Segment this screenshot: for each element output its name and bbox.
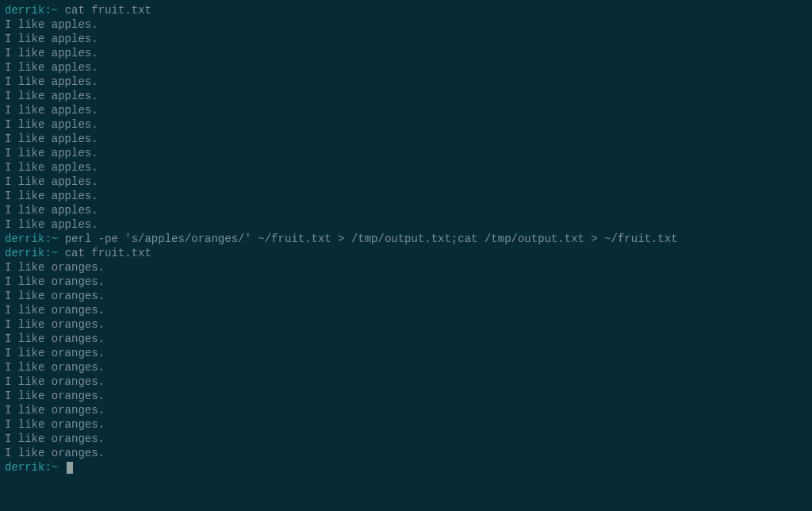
- command-text: cat fruit.txt: [65, 247, 151, 259]
- prompt-path: ~: [52, 232, 58, 245]
- prompt-separator: :: [44, 4, 51, 17]
- output-line: I like apples.: [5, 17, 807, 32]
- output-line: I like apples.: [5, 117, 807, 132]
- output-line: I like apples.: [5, 203, 807, 217]
- prompt-user: derrik: [5, 232, 44, 245]
- shell-prompt: derrik:~: [5, 461, 65, 474]
- shell-prompt: derrik:~: [5, 4, 65, 17]
- prompt-separator: :: [44, 461, 51, 474]
- command-text: perl -pe 's/apples/oranges/' ~/fruit.txt…: [65, 232, 678, 245]
- shell-prompt: derrik:~: [5, 232, 65, 245]
- output-line: I like oranges.: [5, 260, 807, 275]
- command-line: derrik:~ cat fruit.txt: [5, 246, 807, 260]
- prompt-separator: :: [44, 232, 51, 245]
- prompt-path: ~: [52, 4, 58, 17]
- output-line: I like apples.: [5, 46, 807, 60]
- prompt-path: ~: [52, 461, 58, 474]
- output-line: I like oranges.: [5, 389, 807, 403]
- output-line: I like oranges.: [5, 417, 807, 432]
- prompt-symbol: [58, 232, 64, 245]
- output-line: I like apples.: [5, 60, 807, 75]
- prompt-user: derrik: [5, 4, 44, 17]
- command-line: derrik:~ cat fruit.txt: [5, 3, 807, 17]
- output-line: I like oranges.: [5, 446, 807, 460]
- prompt-symbol: [58, 461, 64, 474]
- output-line: I like oranges.: [5, 346, 807, 360]
- output-line: I like oranges.: [5, 275, 807, 289]
- prompt-separator: :: [44, 247, 51, 259]
- output-line: I like apples.: [5, 175, 807, 189]
- output-line: I like oranges.: [5, 289, 807, 303]
- output-line: I like apples.: [5, 189, 807, 203]
- command-text: cat fruit.txt: [65, 4, 151, 17]
- output-line: I like oranges.: [5, 317, 807, 332]
- output-line: I like oranges.: [5, 360, 807, 375]
- output-line: I like apples.: [5, 89, 807, 103]
- output-line: I like oranges.: [5, 403, 807, 417]
- output-line: I like oranges.: [5, 432, 807, 446]
- prompt-symbol: [58, 247, 64, 259]
- output-line: I like oranges.: [5, 375, 807, 389]
- output-line: I like oranges.: [5, 303, 807, 317]
- terminal-window[interactable]: derrik:~ cat fruit.txtI like apples.I li…: [5, 3, 807, 474]
- prompt-user: derrik: [5, 247, 44, 259]
- command-line: derrik:~ perl -pe 's/apples/oranges/' ~/…: [5, 232, 807, 246]
- shell-prompt: derrik:~: [5, 247, 65, 259]
- output-line: I like apples.: [5, 217, 807, 232]
- cursor-icon: [67, 462, 73, 474]
- active-prompt-line[interactable]: derrik:~: [5, 460, 807, 474]
- output-line: I like oranges.: [5, 332, 807, 346]
- output-line: I like apples.: [5, 132, 807, 146]
- prompt-symbol: [58, 4, 64, 17]
- output-line: I like apples.: [5, 146, 807, 160]
- prompt-user: derrik: [5, 461, 44, 474]
- output-line: I like apples.: [5, 75, 807, 89]
- output-line: I like apples.: [5, 103, 807, 117]
- prompt-path: ~: [52, 247, 58, 259]
- output-line: I like apples.: [5, 32, 807, 46]
- output-line: I like apples.: [5, 160, 807, 175]
